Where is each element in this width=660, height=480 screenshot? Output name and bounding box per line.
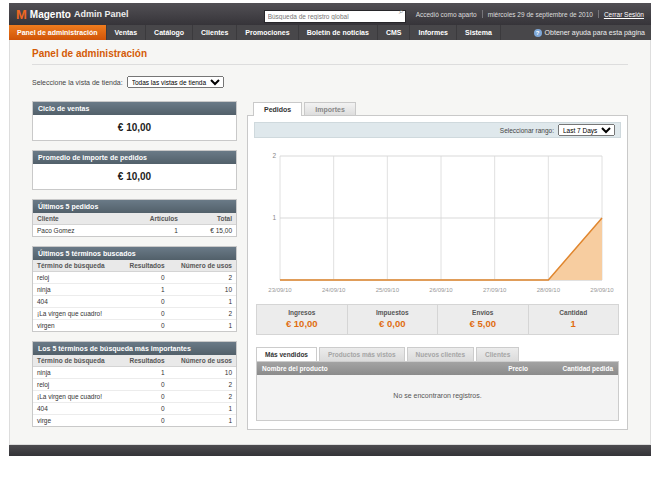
header-bar: M Magento Admin Panel ⌕ Accedió como apa… bbox=[9, 3, 651, 25]
stat-label: Ingresos bbox=[257, 309, 347, 316]
cell: ¡La virgen que cuadro! bbox=[33, 391, 119, 403]
separator bbox=[598, 10, 599, 18]
nav-item-catalogo[interactable]: Catálogo bbox=[146, 25, 193, 40]
stat-label: Cantidad bbox=[529, 309, 619, 316]
cell: 1 bbox=[169, 320, 236, 332]
page-title: Panel de administración bbox=[32, 48, 628, 65]
tab-importes[interactable]: Importes bbox=[304, 102, 356, 116]
cell: 1 bbox=[169, 415, 236, 427]
last-search-terms-title: Últimos 5 términos buscados bbox=[33, 247, 236, 260]
top-search-terms-table: Término de búsqueda Resultados Número de… bbox=[33, 355, 236, 426]
nav-item-dashboard[interactable]: Panel de administración bbox=[9, 25, 107, 40]
cell: 404 bbox=[33, 403, 119, 415]
stat-label: Envíos bbox=[438, 309, 528, 316]
page-help-link[interactable]: ? Obtener ayuda para esta página bbox=[528, 25, 651, 40]
current-date: miércoles 29 de septiembre de 2010 bbox=[488, 11, 593, 18]
col-header-price: Precio bbox=[463, 362, 533, 375]
table-header-row: Término de búsqueda Resultados Número de… bbox=[33, 260, 236, 272]
col-header: Artículos bbox=[116, 213, 182, 225]
stat-value: € 10,00 bbox=[257, 318, 347, 329]
tab-productos-mas-vistos[interactable]: Productos más vistos bbox=[319, 347, 405, 361]
cell: 1 bbox=[119, 284, 168, 296]
nav-item-clientes[interactable]: Clientes bbox=[193, 25, 237, 40]
nav-item-boletin[interactable]: Boletín de noticias bbox=[299, 25, 378, 40]
col-header-qty: Cantidad pedida bbox=[533, 362, 618, 375]
cell: 1 bbox=[119, 367, 168, 379]
magento-logo[interactable]: M Magento Admin Panel bbox=[16, 8, 128, 21]
tab-clientes[interactable]: Clientes bbox=[476, 347, 519, 361]
cell: 0 bbox=[119, 403, 168, 415]
svg-text:29/09/10: 29/09/10 bbox=[590, 287, 614, 293]
tab-mas-vendidos[interactable]: Más vendidos bbox=[256, 347, 317, 361]
stat-value: € 0,00 bbox=[348, 318, 438, 329]
col-header: Número de usos bbox=[169, 260, 236, 272]
products-grid: Nombre del producto Precio Cantidad pedi… bbox=[256, 361, 619, 421]
last-search-terms-box: Últimos 5 términos buscados Término de b… bbox=[32, 246, 237, 332]
table-row[interactable]: virge 0 1 bbox=[33, 415, 236, 427]
logo-suffix: Admin Panel bbox=[74, 9, 129, 19]
orders-chart: 1223/09/1024/09/1025/09/1026/09/1027/09/… bbox=[262, 146, 614, 296]
search-icon[interactable]: ⌕ bbox=[399, 6, 404, 17]
last-search-terms-table: Término de búsqueda Resultados Número de… bbox=[33, 260, 236, 331]
chart-tabs: Pedidos Importes bbox=[253, 101, 628, 115]
stat-envios: Envíos € 5,00 bbox=[437, 305, 528, 334]
cell: virge bbox=[33, 415, 119, 427]
cell: 0 bbox=[119, 308, 168, 320]
table-row[interactable]: 404 0 1 bbox=[33, 296, 236, 308]
store-view-select[interactable]: Todas las vistas de tienda bbox=[127, 76, 224, 88]
table-row[interactable]: ¡La virgen que cuadro! 0 2 bbox=[33, 308, 236, 320]
nav-item-sistema[interactable]: Sistema bbox=[457, 25, 501, 40]
col-header: Término de búsqueda bbox=[33, 260, 119, 272]
range-select[interactable]: Last 7 Days bbox=[558, 124, 615, 136]
table-header-row: Término de búsqueda Resultados Número de… bbox=[33, 355, 236, 367]
dashboard-columns: Ciclo de ventas € 10,00 Promedio de impo… bbox=[32, 101, 628, 430]
table-row[interactable]: 404 0 1 bbox=[33, 403, 236, 415]
lifetime-sales-value: € 10,00 bbox=[33, 115, 236, 140]
cell: 0 bbox=[119, 320, 168, 332]
table-row[interactable]: ninja 1 10 bbox=[33, 284, 236, 296]
table-row[interactable]: virgen 0 1 bbox=[33, 320, 236, 332]
cell: 1 bbox=[116, 225, 182, 237]
col-header: Cliente bbox=[33, 213, 116, 225]
col-header-product: Nombre del producto bbox=[257, 362, 463, 375]
lifetime-sales-box: Ciclo de ventas € 10,00 bbox=[32, 101, 237, 141]
last-orders-box: Últimos 5 pedidos Cliente Artículos Tota… bbox=[32, 199, 237, 237]
logout-link[interactable]: Cerrar Sesión bbox=[604, 11, 644, 18]
nav-item-promociones[interactable]: Promociones bbox=[237, 25, 298, 40]
global-search-input[interactable] bbox=[264, 10, 406, 23]
stat-impuestos: Impuestos € 0,00 bbox=[347, 305, 438, 334]
svg-text:2: 2 bbox=[272, 152, 276, 159]
table-row[interactable]: ¡La virgen que cuadro! 0 2 bbox=[33, 391, 236, 403]
col-header: Resultados bbox=[119, 355, 168, 367]
cell: reloj bbox=[33, 379, 119, 391]
last-orders-table: Cliente Artículos Total Paco Gomez 1 € 1… bbox=[33, 213, 236, 236]
table-row[interactable]: reloj 0 2 bbox=[33, 272, 236, 284]
right-column: Pedidos Importes Seleccionar rango: Last… bbox=[247, 101, 628, 430]
table-row[interactable]: ninja 1 10 bbox=[33, 367, 236, 379]
nav-item-ventas[interactable]: Ventas bbox=[107, 25, 147, 40]
table-row[interactable]: reloj 0 2 bbox=[33, 379, 236, 391]
cell: virgen bbox=[33, 320, 119, 332]
cell: 0 bbox=[119, 391, 168, 403]
footer-bar bbox=[9, 445, 651, 456]
nav-spacer bbox=[501, 25, 528, 40]
separator bbox=[482, 10, 483, 18]
nav-item-cms[interactable]: CMS bbox=[378, 25, 411, 40]
nav-item-informes[interactable]: Informes bbox=[410, 25, 457, 40]
cell: 404 bbox=[33, 296, 119, 308]
magento-logo-icon: M bbox=[16, 8, 27, 21]
left-column: Ciclo de ventas € 10,00 Promedio de impo… bbox=[32, 101, 237, 427]
average-order-title: Promedio de importe de pedidos bbox=[33, 151, 236, 164]
table-row[interactable]: Paco Gomez 1 € 15,00 bbox=[33, 225, 236, 237]
logged-in-as: Accedió como aparto bbox=[416, 11, 477, 18]
svg-text:23/09/10: 23/09/10 bbox=[268, 287, 292, 293]
last-orders-title: Últimos 5 pedidos bbox=[33, 200, 236, 213]
cell: reloj bbox=[33, 272, 119, 284]
table-header-row: Cliente Artículos Total bbox=[33, 213, 236, 225]
stat-label: Impuestos bbox=[348, 309, 438, 316]
tab-pedidos[interactable]: Pedidos bbox=[253, 102, 302, 116]
help-label: Obtener ayuda para esta página bbox=[545, 29, 645, 36]
top-search-terms-title: Los 5 términos de búsqueda más important… bbox=[33, 342, 236, 355]
cell: 2 bbox=[169, 308, 236, 320]
tab-nuevos-clientes[interactable]: Nuevos clientes bbox=[407, 347, 475, 361]
